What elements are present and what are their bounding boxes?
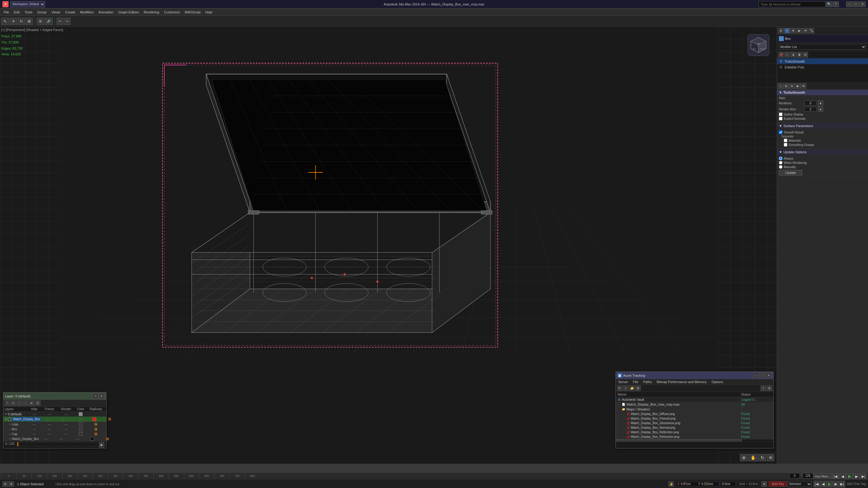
create-panel-btn[interactable]: ⊕ xyxy=(778,28,784,33)
asset-menu-options[interactable]: Options xyxy=(709,379,725,385)
key-filters-btn[interactable]: Key Filters... xyxy=(813,473,832,480)
display-panel-btn[interactable]: 👁 xyxy=(803,28,808,33)
create-object-btn[interactable]: ⊕ xyxy=(2,481,8,487)
frame-input[interactable] xyxy=(789,473,800,479)
prev-key-btn[interactable]: |◀ xyxy=(832,473,839,480)
tool-undo[interactable]: ↩ xyxy=(57,18,63,25)
vp-maximize-btn[interactable]: ⊞ xyxy=(767,454,774,461)
vp-orbit-btn[interactable]: ↻ xyxy=(758,454,766,461)
utilities-panel-btn[interactable]: 🔧 xyxy=(809,28,814,33)
minimize-btn[interactable]: ─ xyxy=(846,2,852,7)
show-result-btn[interactable]: ✓ xyxy=(784,52,790,58)
asset-row-normal[interactable]: 🖼 Watch_Display_Box_Normal.png Found xyxy=(616,425,773,430)
menu-tools[interactable]: Tools xyxy=(22,10,35,14)
layer-row-cap[interactable]: ▷ Cap — — — 🔆 xyxy=(3,431,106,436)
menu-group[interactable]: Group xyxy=(35,10,49,14)
autokey-btn[interactable]: Auto Key xyxy=(769,481,787,486)
bottom-prev-frame[interactable]: ◀ xyxy=(820,481,826,487)
menu-edit[interactable]: Edit xyxy=(11,10,22,14)
vp-zoom-btn[interactable]: ⊕ xyxy=(740,454,748,461)
object-color-swatch[interactable] xyxy=(779,36,784,41)
render-iters-input[interactable] xyxy=(804,107,816,111)
help-btn[interactable]: ? xyxy=(833,2,839,7)
menu-animation[interactable]: Animation xyxy=(96,10,116,14)
next-key-btn[interactable]: ▶| xyxy=(860,473,867,480)
mod-ctrl-5[interactable]: ⚙ xyxy=(801,83,806,89)
tool-scale[interactable]: ⊠ xyxy=(26,18,33,25)
modifier-editable-poly[interactable]: ⊟ Editable Poly xyxy=(777,64,868,70)
isoline-display-checkbox[interactable]: Isoline Display xyxy=(779,112,803,116)
total-frames-input[interactable] xyxy=(803,473,813,479)
search-input[interactable] xyxy=(758,1,826,7)
asset-maximize-btn[interactable]: □ xyxy=(760,373,766,378)
layer-up-btn[interactable]: ↑ xyxy=(17,400,22,406)
asset-browse-btn[interactable]: 📁 xyxy=(629,386,634,391)
asset-row-vault[interactable]: 🏛 Autodesk Vault Logged O... xyxy=(616,397,773,402)
mod-ctrl-1[interactable]: | xyxy=(778,83,783,89)
layer-row-default[interactable]: ▼ 0 (default) — — — xyxy=(3,412,106,417)
layer-row-watchbox-sub[interactable]: ▷ Watch_Display_Box — — — 🔆 xyxy=(3,436,106,441)
layer-delete-btn[interactable]: ✕ xyxy=(11,400,16,406)
layer-down-btn[interactable]: ↓ xyxy=(23,400,28,406)
tool-select[interactable]: ↖ xyxy=(1,18,9,25)
layer-row-watchbox[interactable]: ▼ Watch_Display_Box — — — 🔆 xyxy=(3,417,106,422)
asset-close-btn[interactable]: ✕ xyxy=(766,373,772,378)
grid-settings-btn[interactable]: ⚙ xyxy=(762,481,767,487)
timeline-ruler[interactable]: 0 50 100 150 200 250 300 350 400 450 500… xyxy=(1,473,788,480)
layer-new-btn[interactable]: + xyxy=(5,400,10,406)
key-mode-selector[interactable]: Selected xyxy=(787,481,812,487)
materials-checkbox[interactable]: Materials xyxy=(784,139,801,142)
explicit-normals-checkbox[interactable]: Explicit Normals xyxy=(779,117,806,121)
modifier-turbosmooth[interactable]: ⊞ TurboSmooth xyxy=(777,58,868,64)
asset-check-btn[interactable]: ✓ xyxy=(623,386,628,391)
timeline-area[interactable]: 0 50 100 150 200 250 300 350 400 450 500… xyxy=(0,473,868,480)
iterations-up[interactable]: ▲ xyxy=(818,100,823,106)
tool-move[interactable]: ✛ xyxy=(10,18,17,25)
modifier-list-dropdown[interactable]: Modifier List xyxy=(779,44,866,50)
asset-row-reflection[interactable]: 🖼 Watch_Display_Box_Reflection.png Found xyxy=(616,430,773,434)
layer-select-btn[interactable]: ☰ xyxy=(35,400,40,406)
hierarchy-panel-btn[interactable]: ⚙ xyxy=(790,28,796,33)
menu-file[interactable]: File xyxy=(1,10,11,14)
tool-rotate[interactable]: ↻ xyxy=(18,18,25,25)
layers-close-btn[interactable]: ✕ xyxy=(99,393,104,399)
next-frame-btn[interactable]: ▶ xyxy=(853,473,860,480)
asset-refresh-btn[interactable]: ↻ xyxy=(617,386,622,391)
menu-graph-editors[interactable]: Graph Editors xyxy=(116,10,142,14)
asset-menu-file[interactable]: File xyxy=(630,379,641,385)
asset-row-diffuse[interactable]: 🖼 Watch_Display_Box_Diffuse.png Found xyxy=(616,412,773,416)
asset-expand-btn[interactable]: ⊕ xyxy=(767,386,772,391)
vp-pan-btn[interactable]: ✋ xyxy=(748,454,758,461)
manually-radio[interactable]: Manually xyxy=(779,165,796,169)
mod-ctrl-4[interactable]: ▶ xyxy=(795,83,801,89)
asset-row-maps[interactable]: 📁 Maps / Shaders xyxy=(616,407,773,412)
smooth-result-checkbox[interactable]: Smooth Result xyxy=(779,130,804,134)
asset-minimize-btn[interactable]: ─ xyxy=(754,373,760,378)
update-button[interactable]: Update xyxy=(779,170,802,175)
menu-create[interactable]: Create xyxy=(63,10,78,14)
play-btn[interactable]: ▶ xyxy=(846,473,853,480)
tool-unlink[interactable]: 🔗 xyxy=(45,18,53,25)
layer-merge-btn[interactable]: ⊕ xyxy=(29,400,34,406)
menu-views[interactable]: Views xyxy=(49,10,63,14)
layers-help-btn[interactable]: ? xyxy=(93,393,98,399)
asset-row-fresnel[interactable]: 🖼 Watch_Display_Box_Fresnel.png Found xyxy=(616,416,773,421)
layers-timeline[interactable] xyxy=(17,442,96,446)
menu-help[interactable]: Help xyxy=(203,10,215,14)
menu-modifiers[interactable]: Modifiers xyxy=(78,10,96,14)
menu-maxscript[interactable]: MAXScript xyxy=(182,10,203,14)
tool-link[interactable]: ⛓ xyxy=(37,18,44,25)
always-radio[interactable]: Always xyxy=(779,157,794,160)
when-rendering-radio[interactable]: When Rendering xyxy=(779,161,807,164)
asset-settings-btn[interactable]: ⚙ xyxy=(635,386,641,391)
asset-help-btn[interactable]: ? xyxy=(761,386,766,391)
asset-menu-server[interactable]: Server xyxy=(616,379,630,385)
bottom-play[interactable]: ▶ xyxy=(826,481,832,487)
maximize-btn[interactable]: □ xyxy=(853,2,859,7)
render-iters-up[interactable]: ▲ xyxy=(818,106,823,112)
motion-panel-btn[interactable]: ▶ xyxy=(797,28,802,33)
mod-ctrl-2[interactable]: ⊞ xyxy=(783,83,789,89)
pin-stack-btn[interactable]: 📌 xyxy=(778,52,784,58)
layer-row-box[interactable]: ▷ Box — — — 🔆 xyxy=(3,427,106,431)
modify-panel-btn[interactable]: ✏ xyxy=(784,28,790,33)
